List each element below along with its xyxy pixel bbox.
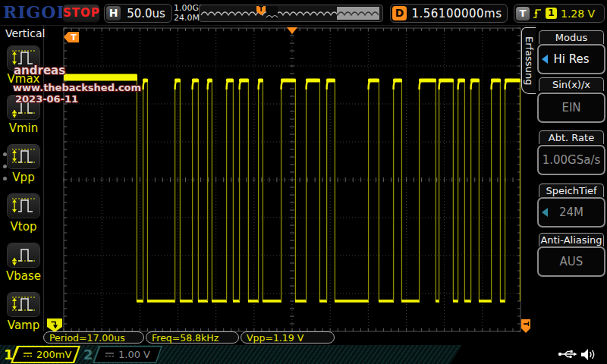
menu-button-anti-aliasing[interactable]: AUS: [537, 246, 605, 277]
measurement-vpp: Vpp=1.19 V: [241, 331, 335, 344]
rigol-logo: RIGOL: [3, 2, 69, 22]
dc-coupling-icon: [105, 350, 115, 359]
channel2-scale: 1.00 V: [118, 349, 150, 360]
left-arrow-icon: [542, 55, 548, 64]
menu-header-modus: Modus: [539, 30, 604, 44]
menu-value-modus: Hi Res: [553, 52, 589, 66]
menu-button-speichtief[interactable]: 24M: [537, 197, 605, 228]
measure-label-vmin: Vmin: [3, 121, 44, 135]
page-dot-2: [3, 165, 7, 168]
channel1-scale: 200mV: [36, 349, 71, 360]
channel1-position-marker[interactable]: [47, 318, 62, 332]
delay-box[interactable]: D 1.56100000ms: [390, 4, 508, 23]
channel2-number[interactable]: 2: [83, 347, 93, 362]
timebase-value: 50.0us: [121, 7, 171, 20]
page-dot-3: [3, 177, 7, 180]
menu-value-anti-aliasing: AUS: [560, 255, 583, 268]
watermark-date: 2023-06-11: [15, 93, 78, 105]
sound-icon: [580, 348, 596, 361]
menu-tab-erfassung[interactable]: Erfassung: [521, 27, 536, 94]
measure-label-vamp: Vamp: [3, 318, 44, 332]
menu-button-modus[interactable]: Hi Res: [537, 44, 605, 74]
menu-header-speichtief: SpeichTief: [539, 184, 604, 197]
menu-button-abt-rate[interactable]: 1.00GSa/s: [537, 145, 605, 175]
menu-button-sinx[interactable]: EIN: [537, 93, 605, 123]
trigger-t-badge: T: [516, 7, 530, 20]
watermark-name: andreas: [14, 64, 65, 77]
memory-trigger-marker[interactable]: T: [256, 6, 266, 15]
trigger-level-value: 1.28 V: [561, 8, 595, 20]
measure-item-vtop[interactable]: [8, 194, 39, 218]
svg-text:T: T: [522, 322, 530, 327]
menu-value-speichtief: 24M: [559, 206, 583, 219]
channel2-scale-box[interactable]: 1.00 V: [93, 346, 162, 363]
timebase-h-badge: H: [106, 6, 121, 20]
menu-header-sinx: Sin(x)/x: [539, 77, 604, 91]
svg-text:T: T: [259, 6, 263, 13]
measurement-freq: Freq=58.8kHz: [146, 331, 239, 344]
horizontal-timebase-box[interactable]: H 50.0us: [104, 4, 172, 23]
dc-coupling-icon: [23, 350, 33, 359]
measure-item-vbase[interactable]: [8, 243, 39, 267]
run-state-indicator[interactable]: STOP: [62, 4, 100, 23]
trigger-box[interactable]: T 1 1.28 V: [514, 4, 605, 23]
status-icon-area: [450, 345, 607, 364]
watermark-url: www.thebackshed.com: [13, 82, 141, 93]
page-dot-1: [3, 152, 7, 156]
menu-header-anti-aliasing: Anti-Aliasing: [539, 233, 604, 246]
top-status-bar: RIGOL STOP H 50.0us 1.00GSa/s 24.0M pts …: [0, 0, 607, 26]
svg-text:T: T: [71, 33, 77, 42]
delay-d-badge: D: [392, 6, 407, 20]
trigger-time-marker[interactable]: T: [64, 32, 79, 42]
menu-header-abt-rate: Abt. Rate: [539, 130, 604, 144]
measure-label-vtop: Vtop: [3, 220, 44, 234]
delay-value: 1.56100000ms: [407, 7, 507, 20]
trigger-level-marker[interactable]: T: [521, 319, 530, 333]
left-arrow-icon: [542, 208, 548, 217]
trigger-position-marker[interactable]: [287, 27, 297, 34]
menu-value-sinx: EIN: [561, 101, 580, 115]
measurement-period: Period=17.00us: [43, 331, 144, 344]
channel1-scale-box[interactable]: 200mV: [11, 346, 80, 363]
right-menu-panel: Modus Hi Res Sin(x)/x EIN Abt. Rate 1.00…: [536, 25, 607, 331]
oscilloscope-screen: RIGOL STOP H 50.0us 1.00GSa/s 24.0M pts …: [0, 0, 607, 364]
waveform-display: TT: [44, 25, 531, 345]
rising-edge-icon: [532, 7, 543, 20]
trigger-source-badge: 1: [546, 8, 557, 19]
measure-label-vpp: Vpp: [3, 171, 44, 184]
measure-item-vamp[interactable]: [8, 293, 39, 316]
usb-icon: [558, 349, 577, 359]
menu-value-abt-rate: 1.00GSa/s: [543, 153, 601, 167]
measure-item-vpp[interactable]: [8, 145, 39, 168]
measure-label-vbase: Vbase: [3, 269, 44, 283]
left-menu-title: Vertical: [5, 27, 45, 39]
memory-waveform-icon: T: [200, 5, 381, 21]
channel-status-bar: 1 200mV 2 1.00 V: [0, 345, 607, 364]
memory-position-bar[interactable]: T: [199, 5, 383, 22]
